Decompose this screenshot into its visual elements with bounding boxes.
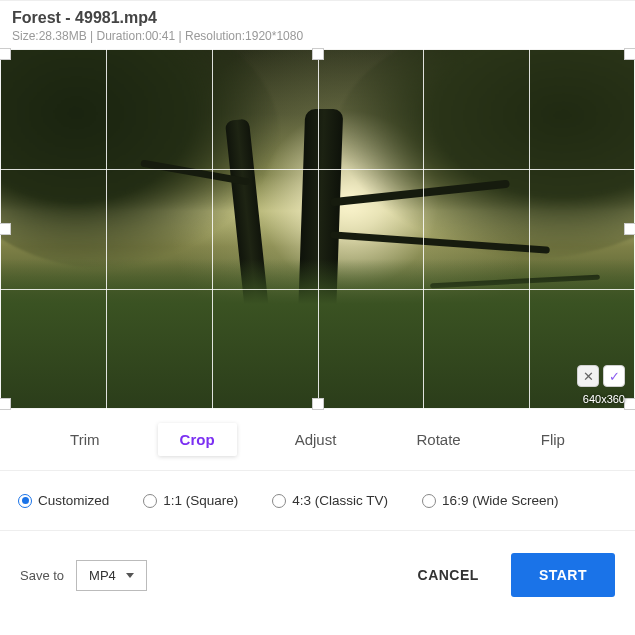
chevron-down-icon [126, 573, 134, 578]
tool-tabs: Trim Crop Adjust Rotate Flip [0, 409, 635, 471]
radio-label: 1:1 (Square) [163, 493, 238, 508]
tab-crop[interactable]: Crop [158, 423, 237, 456]
tab-flip[interactable]: Flip [519, 423, 587, 456]
header: Forest - 49981.mp4 Size:28.38MB | Durati… [0, 0, 635, 49]
tab-adjust[interactable]: Adjust [273, 423, 359, 456]
close-icon: ✕ [583, 369, 594, 384]
tab-rotate[interactable]: Rotate [394, 423, 482, 456]
crop-confirm-button[interactable]: ✓ [603, 365, 625, 387]
footer: Save to MP4 CANCEL START [0, 531, 635, 619]
crop-actions: ✕ ✓ [577, 365, 625, 387]
radio-label: 16:9 (Wide Screen) [442, 493, 558, 508]
radio-dot-icon [272, 494, 286, 508]
radio-dot-icon [143, 494, 157, 508]
radio-dot-icon [422, 494, 436, 508]
radio-dot-icon [18, 494, 32, 508]
cancel-button[interactable]: CANCEL [400, 555, 497, 595]
format-value: MP4 [89, 568, 116, 583]
radio-1-1[interactable]: 1:1 (Square) [143, 493, 238, 508]
radio-4-3[interactable]: 4:3 (Classic TV) [272, 493, 388, 508]
start-button[interactable]: START [511, 553, 615, 597]
file-meta: Size:28.38MB | Duration:00:41 | Resoluti… [12, 29, 623, 43]
crop-dimensions: 640x360 [583, 393, 625, 405]
crop-ratio-options: Customized 1:1 (Square) 4:3 (Classic TV)… [0, 471, 635, 531]
file-title: Forest - 49981.mp4 [12, 9, 623, 27]
video-frame [0, 49, 635, 409]
crop-cancel-button[interactable]: ✕ [577, 365, 599, 387]
radio-16-9[interactable]: 16:9 (Wide Screen) [422, 493, 558, 508]
tab-trim[interactable]: Trim [48, 423, 121, 456]
check-icon: ✓ [609, 369, 620, 384]
radio-label: Customized [38, 493, 109, 508]
format-select[interactable]: MP4 [76, 560, 147, 591]
save-to-label: Save to [20, 568, 64, 583]
video-preview[interactable]: ✕ ✓ 640x360 [0, 49, 635, 409]
radio-label: 4:3 (Classic TV) [292, 493, 388, 508]
radio-customized[interactable]: Customized [18, 493, 109, 508]
